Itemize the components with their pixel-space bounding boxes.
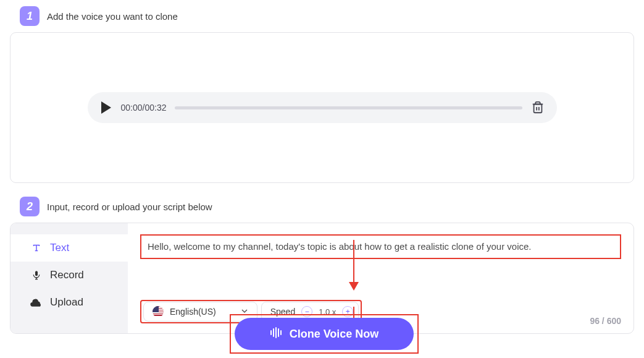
- tab-record-label: Record: [50, 269, 84, 281]
- waveform-icon: [270, 327, 283, 341]
- svg-rect-3: [35, 271, 38, 276]
- play-icon[interactable]: [100, 101, 112, 114]
- step-1-badge: 1: [20, 6, 40, 26]
- clone-button-label: Clone Voice Now: [290, 328, 379, 341]
- tab-upload[interactable]: Upload: [10, 289, 128, 316]
- audio-progress-bar[interactable]: [175, 106, 522, 109]
- step-2-badge: 2: [20, 197, 40, 216]
- clone-voice-button[interactable]: Clone Voice Now: [235, 318, 414, 350]
- us-flag-icon: [153, 306, 164, 317]
- annotation-arrowhead: [349, 282, 359, 291]
- clone-button-highlight: Clone Voice Now: [230, 314, 419, 354]
- cloud-upload-icon: [30, 297, 43, 307]
- character-counter: 96 / 600: [590, 316, 621, 326]
- tab-record[interactable]: Record: [10, 262, 128, 289]
- annotation-arrow: [353, 240, 354, 284]
- audio-player: 00:00/00:32: [88, 92, 557, 123]
- script-textarea[interactable]: Hello, welcome to my channel, today's to…: [140, 234, 621, 259]
- microphone-icon: [30, 270, 43, 281]
- language-label: English(US): [170, 307, 216, 317]
- tab-text[interactable]: Text: [10, 234, 128, 262]
- input-mode-tabs: Text Record Upload: [10, 223, 128, 333]
- text-icon: [30, 242, 43, 254]
- step-1-title: Add the voice you want to clone: [47, 11, 178, 22]
- tab-upload-label: Upload: [50, 296, 83, 309]
- step-2-title: Input, record or upload your script belo…: [47, 202, 212, 212]
- voice-panel: 00:00/00:32: [10, 32, 634, 183]
- tab-text-label: Text: [50, 242, 69, 254]
- audio-time: 00:00/00:32: [121, 103, 167, 113]
- svg-rect-0: [533, 104, 542, 113]
- trash-icon[interactable]: [531, 101, 545, 114]
